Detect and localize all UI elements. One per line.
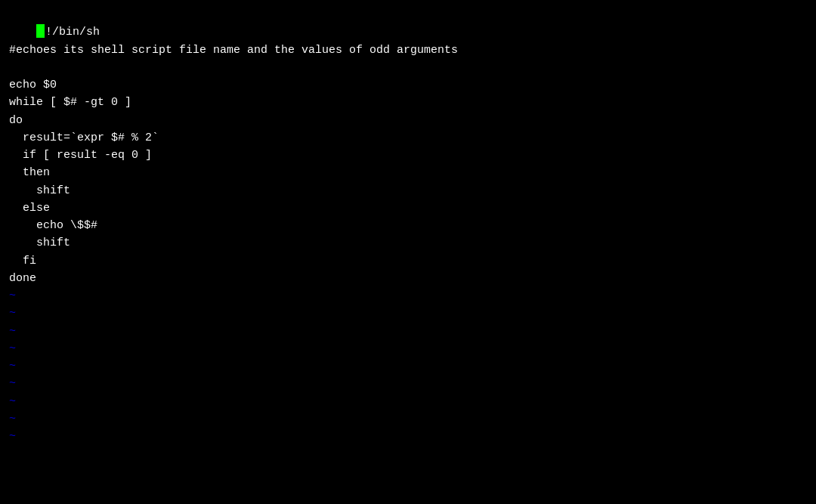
- line-8: if [ result -eq 0 ]: [9, 149, 152, 162]
- line-4: echo $0: [9, 79, 57, 91]
- line-1: !/bin/sh: [36, 26, 100, 39]
- tilde-4: ~: [9, 340, 807, 357]
- tilde-5: ~: [9, 357, 807, 375]
- line-7: result=`expr $# % 2`: [9, 131, 159, 144]
- tilde-2: ~: [9, 305, 807, 322]
- tilde-section: ~ ~ ~ ~ ~ ~ ~ ~ ~: [9, 287, 807, 445]
- tilde-7: ~: [9, 393, 807, 410]
- line-15: done: [9, 272, 36, 285]
- line-10: shift: [9, 184, 70, 197]
- tilde-1: ~: [9, 287, 807, 305]
- line-14: fi: [9, 255, 36, 267]
- tilde-9: ~: [9, 428, 807, 445]
- tilde-6: ~: [9, 375, 807, 392]
- terminal-window[interactable]: !/bin/sh #echoes its shell script file n…: [0, 0, 816, 504]
- line-11: else: [9, 202, 50, 215]
- line-12: echo \$$#: [9, 219, 97, 232]
- line-6: do: [9, 114, 23, 127]
- line-9: then: [9, 166, 50, 179]
- line-13: shift: [9, 237, 70, 249]
- code-editor: !/bin/sh #echoes its shell script file n…: [9, 6, 807, 287]
- line-5: while [ $# -gt 0 ]: [9, 96, 131, 109]
- line-2: #echoes its shell script file name and t…: [9, 44, 458, 57]
- tilde-8: ~: [9, 410, 807, 428]
- cursor: [36, 24, 45, 38]
- tilde-3: ~: [9, 323, 807, 340]
